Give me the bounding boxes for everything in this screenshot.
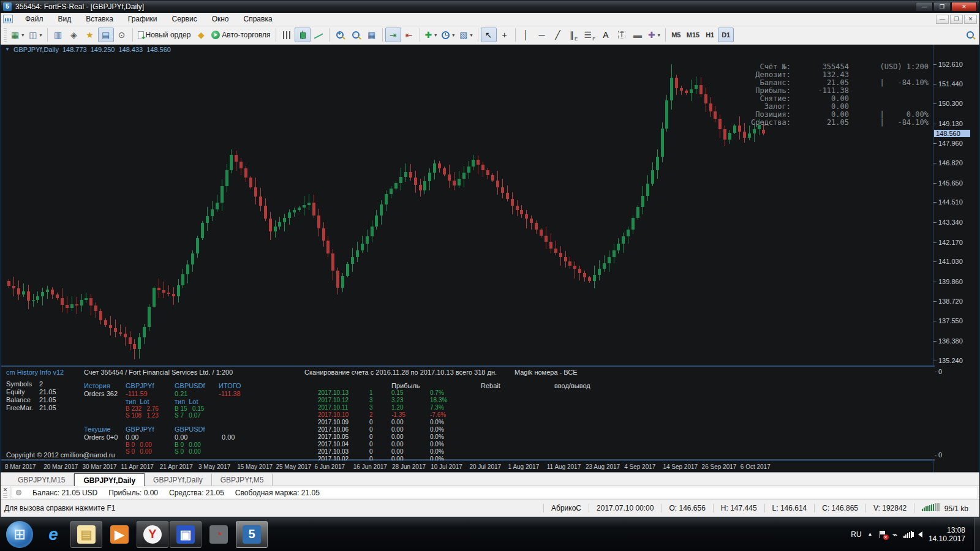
taskbar-internet-explorer[interactable]: e [37, 521, 69, 548]
chart-tab[interactable]: GBPJPYf,M5 [212, 474, 273, 485]
new-chart-button[interactable]: ▦▾ [9, 28, 26, 42]
text-button[interactable]: A [598, 28, 614, 42]
indicators-button[interactable]: ✚▾ [423, 28, 440, 42]
title-bar[interactable]: 5 355454: FortFS-Real - [GBPJPYf,Daily] … [1, 1, 979, 13]
chart-tab[interactable]: GBPJPYf,Daily [74, 473, 145, 486]
taskbar-color-wheel[interactable]: ◔ [203, 521, 235, 548]
period-m15-button[interactable]: M15 [684, 28, 702, 42]
strategy-tester-button[interactable]: ⊙ [114, 28, 130, 42]
candle [89, 298, 92, 306]
menu-bar: ФайлВидВставкаГрафикиСервисОкноСправка —… [1, 13, 979, 26]
network-icon[interactable] [903, 531, 912, 538]
internet-explorer-icon: e [44, 525, 62, 544]
symbol-header[interactable]: ▼ GBPJPYf,Daily 148.773 149.250 148.433 … [5, 46, 171, 53]
candlestick-chart-button[interactable] [295, 28, 311, 42]
new-order-button[interactable]: +Новый ордер [135, 28, 194, 42]
period-m5-button[interactable]: M5 [668, 28, 684, 42]
show-desktop-button[interactable] [974, 517, 980, 551]
minimize-button[interactable]: — [916, 2, 933, 12]
period-d1-button[interactable]: D1 [718, 28, 734, 42]
menu-справка[interactable]: Справка [236, 13, 280, 24]
candle [181, 274, 184, 285]
menu-вставка[interactable]: Вставка [78, 13, 121, 24]
menu-окно[interactable]: Окно [205, 13, 236, 24]
floppy-save-icon: ▣ [176, 525, 195, 544]
terminal-button[interactable]: ▤ [98, 28, 114, 42]
candle [293, 210, 296, 212]
rectangle-button[interactable]: ▬ [630, 28, 646, 42]
period-h1-button[interactable]: H1 [702, 28, 718, 42]
candle [568, 261, 571, 266]
equidistant-channel-button[interactable]: ∥E [566, 28, 582, 42]
dropdown-arrow-icon[interactable]: ▾ [39, 32, 42, 38]
power-icon[interactable]: ⌁ [892, 530, 897, 539]
cursor-button[interactable]: ↖ [481, 28, 497, 42]
child-restore-button[interactable]: ❐ [950, 15, 963, 24]
price-axis[interactable]: 152.610151.440150.300149.130147.960146.8… [933, 45, 979, 472]
tile-windows-button[interactable]: ▦ [364, 28, 380, 42]
market-watch-button[interactable]: ▥ [50, 28, 66, 42]
menu-файл[interactable]: Файл [18, 13, 51, 24]
menu-сервис[interactable]: Сервис [165, 13, 205, 24]
maximize-button[interactable]: ❐ [933, 2, 951, 12]
chart-window[interactable]: ▼ GBPJPYf,Daily 148.773 149.250 148.433 … [1, 45, 979, 472]
child-minimize-button[interactable]: — [936, 15, 949, 24]
taskbar-yandex-browser[interactable]: Y [137, 521, 168, 548]
dropdown-arrow-icon[interactable]: ▾ [658, 32, 660, 38]
chart-system-icon[interactable] [3, 15, 13, 23]
terminal-drag-handle[interactable] [3, 493, 7, 498]
date-axis[interactable]: 8 Mar 201720 Mar 201730 Mar 201711 Apr 2… [1, 460, 935, 472]
account-info-row: Прибыль:-111.38 [726, 87, 929, 95]
dropdown-arrow-icon[interactable]: ▾ [21, 32, 24, 38]
menu-графики[interactable]: Графики [121, 13, 165, 24]
app-icon: 5 [3, 2, 12, 11]
autoscroll-button[interactable]: ⇥ [385, 28, 401, 42]
taskbar-metatrader[interactable]: 5 [236, 521, 268, 548]
dropdown-arrow-icon[interactable]: ▾ [452, 32, 454, 38]
date-tick: 25 May 2017 [276, 463, 311, 470]
profiles-button[interactable]: ◫▾ [26, 28, 44, 42]
traffic-bars-icon [922, 503, 940, 511]
chart-tab[interactable]: GBPJPYf,M15 [9, 474, 74, 485]
terminal-close-icon[interactable]: ✕ [1, 487, 10, 493]
navigator-button[interactable]: ◈ [66, 28, 82, 42]
date-tick: 26 Sep 2017 [702, 463, 737, 470]
start-button[interactable] [6, 521, 33, 548]
menu-вид[interactable]: Вид [51, 13, 79, 24]
autotrading-button[interactable]: Авто-торговля [209, 28, 273, 42]
candle [32, 300, 35, 301]
taskbar-floppy-save[interactable]: ▣ [170, 521, 202, 548]
volume-icon[interactable] [918, 531, 922, 538]
taskbar-media-player[interactable]: ▶ [104, 521, 135, 548]
metaeditor-button[interactable]: ◆ [193, 28, 209, 42]
close-button[interactable]: ✕ [951, 2, 977, 12]
line-chart-button[interactable] [311, 28, 326, 42]
favorites-button[interactable]: ★ [82, 28, 98, 42]
terminal-segment: Прибыль: 0.00 [108, 489, 158, 497]
chart-tab[interactable]: GBPJPYf,Daily [145, 474, 212, 485]
horizontal-line-button[interactable]: ─ [534, 28, 550, 42]
vertical-line-button[interactable]: │ [518, 28, 534, 42]
text-label-button[interactable]: T [614, 28, 630, 42]
chevron-down-icon[interactable]: ▼ [5, 47, 10, 52]
language-indicator[interactable]: RU [851, 530, 861, 539]
zoom-out-button[interactable]: - [348, 28, 364, 42]
trendline-button[interactable]: ╱ [550, 28, 566, 42]
candle [356, 250, 359, 257]
templates-button[interactable]: ▧▾ [457, 28, 475, 42]
action-center-icon[interactable]: ✕ [879, 531, 886, 538]
child-close-button[interactable]: ✕ [964, 15, 977, 24]
tray-expand-icon[interactable]: ▲ [868, 531, 873, 537]
chart-shift-button[interactable]: ⇤ [401, 28, 417, 42]
arrows-button[interactable]: ✚▾ [646, 28, 663, 42]
dropdown-arrow-icon[interactable]: ▾ [470, 32, 473, 38]
dropdown-arrow-icon[interactable]: ▾ [434, 32, 437, 38]
zoom-in-button[interactable]: + [332, 28, 348, 42]
search-button[interactable] [962, 28, 978, 42]
tray-clock[interactable]: 13:08 14.10.2017 [929, 526, 965, 543]
fibonacci-button[interactable]: ☰F [582, 28, 598, 42]
periods-button[interactable]: ▾ [439, 28, 457, 42]
taskbar-windows-explorer[interactable]: ▤ [70, 521, 102, 548]
bars-chart-button[interactable] [279, 28, 295, 42]
crosshair-button[interactable]: + [497, 28, 513, 42]
